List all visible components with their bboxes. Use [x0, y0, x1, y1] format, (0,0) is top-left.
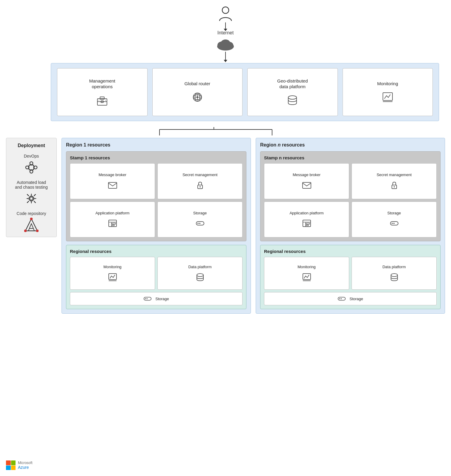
- svg-rect-49: [112, 223, 116, 224]
- sq-green: [11, 460, 16, 465]
- stamp-n-title: Stamp n resources: [264, 155, 437, 160]
- svg-point-29: [26, 166, 29, 169]
- svg-point-52: [197, 223, 199, 224]
- svg-point-45: [200, 186, 201, 187]
- chart-rn-icon: [302, 272, 312, 282]
- app-platform-n-label: Application platform: [289, 211, 323, 216]
- regions-container: Region 1 resources Stamp 1 resources Mes…: [62, 138, 445, 314]
- code-repo-label: Code repository: [17, 211, 46, 216]
- svg-point-0: [222, 7, 229, 13]
- database-icon: [286, 94, 299, 106]
- monitoring-box: Monitoring: [343, 68, 433, 116]
- azure-label: Azure: [18, 465, 33, 470]
- data-platform-rn-label: Data platform: [382, 265, 406, 270]
- lock-n-icon: [389, 180, 399, 190]
- message-broker-n-label: Message broker: [293, 173, 320, 178]
- chart-icon: [381, 91, 394, 103]
- svg-point-30: [34, 166, 37, 169]
- storage-n-label: Storage: [387, 211, 401, 216]
- svg-point-69: [392, 223, 393, 224]
- app-platform-1-item: Application platform: [70, 202, 155, 237]
- envelope-n-icon: [302, 180, 312, 190]
- geo-distributed-label: Geo-distributeddata platform: [277, 78, 308, 90]
- microsoft-label: Microsoft: [18, 461, 33, 465]
- svg-rect-28: [29, 165, 34, 170]
- cloud-icon: [215, 37, 236, 52]
- data-platform-rn-item: Data platform: [352, 257, 437, 290]
- storage-1-label: Storage: [193, 211, 207, 216]
- monitoring-rn-label: Monitoring: [297, 265, 316, 270]
- database-sm-icon: [195, 272, 205, 282]
- load-testing-item: Automated loadand chaos testing: [15, 180, 48, 206]
- svg-point-58: [145, 298, 146, 299]
- svg-point-59: [147, 298, 148, 299]
- regional-resources-1-box: Regional resources Monitoring Data plat: [66, 245, 246, 309]
- secret-mgmt-n-label: Secret management: [377, 173, 412, 178]
- appplatform-n-icon: [302, 219, 312, 228]
- person-icon-container: [218, 6, 233, 22]
- azure-text: Microsoft Azure: [18, 461, 33, 470]
- svg-point-31: [30, 162, 33, 165]
- sq-blue: [6, 466, 11, 470]
- svg-point-17: [288, 96, 297, 99]
- management-operations-box: Managementoperations: [57, 68, 148, 116]
- devops-item: DevOps: [24, 154, 39, 175]
- stamp-1-grid: Message broker Secret management: [70, 163, 243, 237]
- deployment-panel: Deployment DevOps Automated loadand chao…: [6, 138, 57, 237]
- sq-yellow: [11, 466, 16, 470]
- stamp-1-title: Stamp 1 resources: [70, 155, 243, 160]
- storage-rn-item: Storage: [264, 292, 437, 305]
- secret-mgmt-1-item: Secret management: [157, 163, 243, 199]
- azure-squares: [6, 460, 16, 470]
- svg-point-16: [197, 96, 198, 98]
- azure-logo: Microsoft Azure: [6, 460, 33, 470]
- stamp-n-grid: Message broker Secret management: [264, 163, 437, 237]
- svg-point-53: [199, 223, 200, 224]
- main-container: Internet Managementoperations Glo: [0, 0, 451, 476]
- region-n-title: Region n resources: [260, 142, 441, 148]
- stamp-n-box: Stamp n resources Message broker Secret …: [260, 151, 441, 241]
- secret-mgmt-n-item: Secret management: [352, 163, 437, 199]
- regional-resources-n-box: Regional resources Monitoring Data plat: [260, 245, 441, 309]
- message-broker-1-item: Message broker: [70, 163, 155, 199]
- svg-rect-54: [109, 274, 116, 280]
- svg-point-38: [30, 197, 33, 200]
- global-row: Managementoperations Global router: [51, 63, 439, 121]
- geo-distributed-box: Geo-distributeddata platform: [247, 68, 338, 116]
- svg-point-32: [30, 170, 33, 173]
- app-platform-1-label: Application platform: [95, 211, 129, 216]
- svg-point-73: [391, 274, 398, 277]
- storage-n-item: Storage: [352, 202, 437, 237]
- appplatform-icon: [108, 219, 117, 228]
- region-n-box: Region n resources Stamp n resources Mes…: [256, 138, 445, 314]
- chart-sm-icon: [108, 272, 117, 282]
- message-broker-1-label: Message broker: [99, 173, 126, 178]
- data-platform-r1-item: Data platform: [157, 257, 243, 290]
- storage-icon: [195, 219, 205, 228]
- svg-rect-71: [303, 274, 311, 280]
- toolbox-icon: [96, 94, 108, 106]
- monitoring-rn-item: Monitoring: [264, 257, 349, 290]
- svg-point-75: [339, 298, 340, 299]
- svg-rect-43: [108, 186, 117, 187]
- load-testing-label: Automated loadand chaos testing: [15, 180, 48, 190]
- svg-rect-67: [306, 225, 309, 226]
- svg-point-4: [221, 39, 230, 47]
- router-icon: [191, 91, 204, 103]
- svg-point-76: [341, 298, 342, 299]
- devops-label: DevOps: [24, 154, 39, 158]
- devops-icon: [24, 160, 39, 175]
- svg-point-70: [393, 223, 395, 224]
- regional-grid-1: Monitoring Data platform: [70, 257, 243, 290]
- app-platform-n-item: Application platform: [264, 202, 349, 237]
- svg-rect-50: [112, 225, 114, 226]
- global-router-label: Global router: [184, 81, 210, 87]
- svg-point-39: [30, 218, 33, 220]
- routing-arrows: [51, 127, 439, 138]
- svg-rect-60: [303, 182, 311, 188]
- person-icon: [218, 6, 233, 22]
- settings-icon: [24, 191, 39, 206]
- svg-point-41: [24, 230, 27, 232]
- svg-point-40: [36, 230, 39, 232]
- bottom-area: Deployment DevOps Automated loadand chao…: [6, 138, 445, 314]
